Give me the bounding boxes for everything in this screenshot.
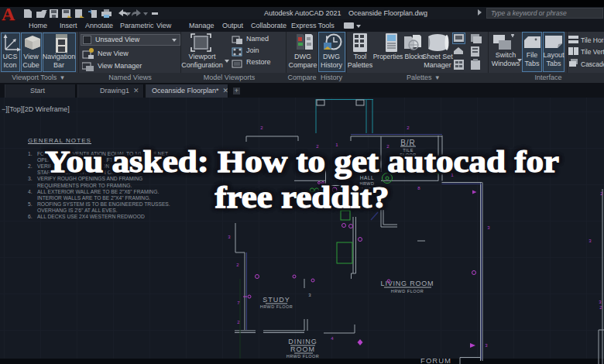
svg-text:ROOM: ROOM [290,345,315,353]
svg-text:2: 2 [260,125,263,130]
svg-text:4: 4 [331,336,334,341]
svg-text:DINING: DINING [288,338,317,345]
svg-text:FORUM: FORUM [420,356,451,364]
svg-text:HRWD FLOOR: HRWD FLOOR [260,304,293,309]
svg-text:3: 3 [228,235,231,239]
svg-text:2: 2 [407,125,410,130]
svg-text:3: 3 [487,225,490,230]
svg-text:HRWD FLOOR: HRWD FLOOR [391,289,424,294]
svg-text:3: 3 [589,239,592,243]
svg-text:2: 2 [236,263,239,267]
svg-text:3: 3 [485,343,488,348]
svg-text:3: 3 [308,293,311,297]
svg-text:3: 3 [599,300,602,304]
svg-text:STUDY: STUDY [263,296,290,304]
svg-text:LIVING ROOM: LIVING ROOM [381,280,434,287]
svg-text:HRWD FLOOR: HRWD FLOOR [287,354,319,359]
